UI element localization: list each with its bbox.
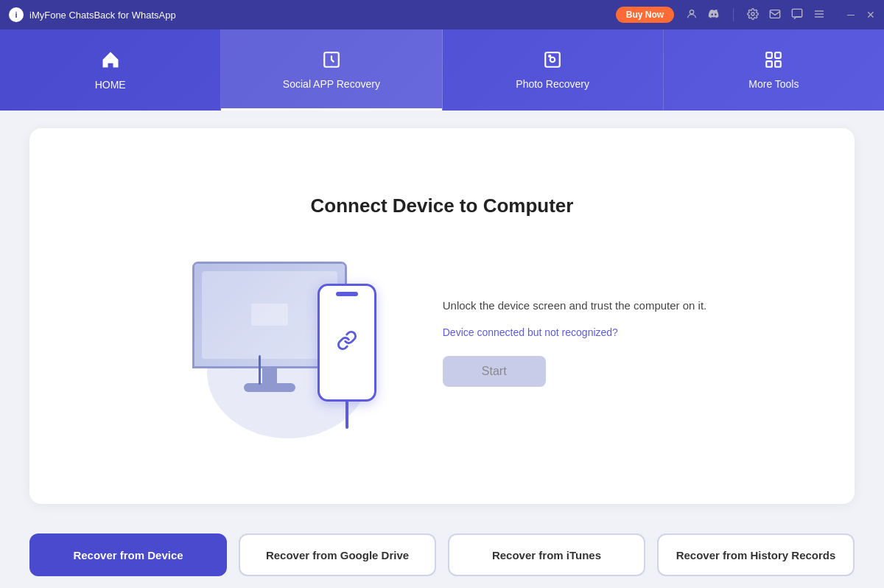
menu-icon[interactable] [813, 8, 825, 22]
phone-cable [345, 399, 348, 429]
svg-rect-15 [251, 304, 288, 326]
phone-notch [336, 292, 358, 296]
titlebar: i iMyFone ChatsBack for WhatsApp Buy Now… [0, 0, 884, 29]
navbar: HOME Social APP Recovery Photo Recovery … [0, 29, 884, 111]
more-tools-icon [764, 50, 783, 72]
content-card: Connect Device to Computer [29, 128, 855, 504]
device-illustration [178, 247, 399, 438]
window-controls: ─ ✕ [847, 9, 875, 21]
settings-icon[interactable] [747, 8, 759, 22]
svg-rect-3 [792, 9, 801, 17]
buy-now-button[interactable]: Buy Now [616, 7, 674, 23]
not-recognized-link[interactable]: Device connected but not recognized? [443, 326, 707, 338]
close-button[interactable]: ✕ [866, 9, 875, 21]
user-icon[interactable] [686, 8, 698, 22]
main-content: Connect Device to Computer [0, 111, 884, 522]
nav-home[interactable]: HOME [0, 29, 221, 111]
nav-more-tools[interactable]: More Tools [664, 29, 884, 111]
svg-rect-12 [776, 52, 782, 58]
connect-info: Unlock the device screen and trust the c… [443, 298, 707, 387]
start-button[interactable]: Start [443, 356, 546, 387]
recover-from-itunes-button[interactable]: Recover from iTunes [448, 533, 645, 576]
minimize-button[interactable]: ─ [847, 9, 855, 21]
titlebar-icons: ─ ✕ [686, 8, 875, 22]
svg-rect-11 [767, 52, 773, 58]
svg-point-9 [550, 57, 555, 63]
connect-description: Unlock the device screen and trust the c… [443, 298, 707, 315]
nav-social-label: Social APP Recovery [283, 78, 380, 90]
svg-rect-2 [770, 10, 779, 18]
monitor-stand-neck [262, 368, 277, 383]
discord-icon[interactable] [708, 8, 720, 22]
nav-more-label: More Tools [748, 78, 799, 90]
svg-rect-13 [767, 61, 773, 67]
separator [733, 8, 734, 21]
svg-point-1 [751, 13, 754, 15]
nav-home-label: HOME [95, 79, 126, 91]
monitor-cable [259, 355, 261, 385]
connect-title: Connect Device to Computer [311, 195, 574, 217]
connect-body: Unlock the device screen and trust the c… [178, 247, 707, 438]
nav-photo-recovery[interactable]: Photo Recovery [443, 29, 664, 111]
app-title: iMyFone ChatsBack for WhatsApp [29, 10, 616, 21]
recover-from-history-button[interactable]: Recover from History Records [657, 533, 855, 576]
bottom-bar: Recover from Device Recover from Google … [0, 522, 884, 588]
svg-point-0 [690, 10, 693, 13]
nav-social-app-recovery[interactable]: Social APP Recovery [221, 29, 442, 111]
link-icon [337, 330, 357, 355]
recover-from-google-button[interactable]: Recover from Google Drive [239, 533, 436, 576]
photo-recovery-icon [543, 50, 562, 72]
svg-rect-8 [545, 52, 560, 67]
phone [318, 284, 376, 402]
nav-photo-label: Photo Recovery [516, 78, 589, 90]
mail-icon[interactable] [769, 8, 781, 22]
app-logo: i [9, 7, 24, 22]
social-recovery-icon [322, 50, 341, 72]
recover-from-device-button[interactable]: Recover from Device [29, 533, 227, 576]
svg-rect-14 [776, 61, 782, 67]
svg-point-10 [549, 55, 550, 57]
monitor-stand-base [244, 383, 295, 392]
chat-icon[interactable] [791, 8, 803, 22]
home-icon [100, 49, 121, 73]
